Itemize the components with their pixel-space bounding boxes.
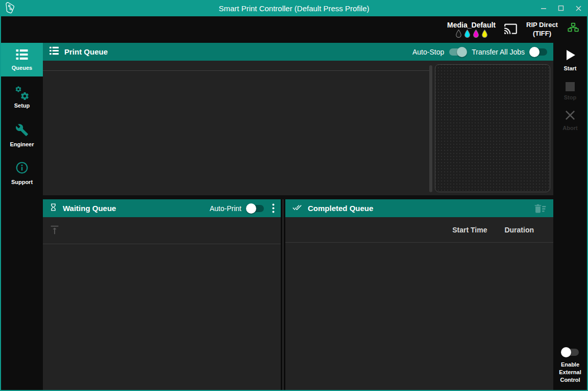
waiting-queue-divider <box>43 244 281 244</box>
stop-label: Stop <box>564 94 576 100</box>
hourglass-icon <box>49 202 58 214</box>
info-icon <box>15 161 29 176</box>
queues-list-icon <box>15 49 29 62</box>
sidebar-nav: Queues Setup Engineer <box>1 16 43 390</box>
window-title: Smart Print Controller (Default Press Pr… <box>1 4 587 13</box>
external-control-block: Enable External Control <box>556 349 584 384</box>
stop-button: Stop <box>564 80 576 100</box>
completed-queue-panel: Completed Queue <box>285 199 553 390</box>
sidebar-item-label: Queues <box>12 65 32 71</box>
panel-gap <box>43 195 553 199</box>
done-all-icon <box>291 203 303 214</box>
print-queue-title: Print Queue <box>64 47 108 56</box>
sidebar-item-setup[interactable]: Setup <box>1 81 43 114</box>
auto-stop-toggle[interactable] <box>449 48 467 56</box>
queue-splitter[interactable] <box>281 199 285 390</box>
ink-yellow-icon <box>481 30 488 38</box>
column-start-time: Start Time <box>452 226 487 234</box>
maximize-button[interactable] <box>552 0 570 16</box>
completed-queue-title: Completed Queue <box>308 204 373 213</box>
abort-button: Abort <box>562 109 577 131</box>
network-status-icon <box>567 22 580 37</box>
sidebar-item-support[interactable]: Support <box>1 156 43 190</box>
media-profile: Media_Default <box>447 21 496 38</box>
list-header-divider <box>43 70 429 71</box>
app-window: Smart Print Controller (Default Press Pr… <box>0 0 588 391</box>
move-to-top-icon[interactable] <box>49 224 60 238</box>
rip-mode-label: RIP Direct (TIFF) <box>526 21 558 38</box>
waiting-queue-list[interactable] <box>43 217 281 390</box>
waiting-queue-menu-icon[interactable] <box>272 203 275 213</box>
sidebar-item-label: Support <box>11 179 33 185</box>
wrench-icon <box>15 123 29 139</box>
sidebar-item-label: Engineer <box>10 141 34 147</box>
auto-print-label: Auto-Print <box>210 204 241 213</box>
waiting-queue-header: Waiting Queue Auto-Print <box>43 199 281 217</box>
column-duration: Duration <box>504 226 534 234</box>
transfer-all-jobs-toggle[interactable] <box>530 48 547 56</box>
sidebar-item-engineer[interactable]: Engineer <box>1 118 43 152</box>
auto-stop-label: Auto-Stop <box>412 48 444 56</box>
transfer-all-jobs-label: Transfer All Jobs <box>472 48 525 56</box>
auto-print-toggle[interactable] <box>247 205 264 212</box>
waiting-queue-panel: Waiting Queue Auto-Print <box>43 199 281 390</box>
play-icon <box>563 48 577 62</box>
stop-icon <box>566 82 575 91</box>
print-queue-scrollbar[interactable] <box>429 65 432 192</box>
start-label: Start <box>564 65 576 71</box>
enable-external-control-toggle[interactable] <box>561 349 579 356</box>
completed-queue-header: Completed Queue <box>285 199 553 217</box>
ink-drops <box>455 30 488 38</box>
press-controls-rail: Start Stop Abort Enable External Control <box>553 43 587 390</box>
waiting-queue-title: Waiting Queue <box>63 204 116 213</box>
media-name: Media_Default <box>447 21 496 29</box>
cast-icon <box>504 22 518 38</box>
title-bar: Smart Print Controller (Default Press Pr… <box>1 0 587 16</box>
status-strip: Media_Default RIP Direct (TIFF) <box>43 16 587 43</box>
completed-queue-column-headers: Start Time Duration <box>285 217 553 243</box>
app-logo-icon <box>4 1 19 15</box>
start-button[interactable]: Start <box>563 48 577 71</box>
sidebar-item-queues[interactable]: Queues <box>1 43 43 76</box>
minimize-button[interactable] <box>535 0 552 16</box>
print-queue-list[interactable] <box>43 61 429 195</box>
print-queue-panel: Print Queue Auto-Stop Transfer All Jobs <box>43 43 553 195</box>
close-button[interactable] <box>570 0 587 16</box>
print-queue-header: Print Queue Auto-Stop Transfer All Jobs <box>43 43 553 61</box>
completed-queue-list[interactable] <box>285 243 553 390</box>
clear-completed-icon[interactable] <box>533 203 547 214</box>
gears-icon <box>14 87 30 100</box>
ink-magenta-icon <box>473 30 479 38</box>
ink-cyan-icon <box>464 30 471 38</box>
abort-label: Abort <box>562 125 577 131</box>
enable-external-control-label: Enable External Control <box>556 361 584 384</box>
press-preview-area <box>435 64 550 192</box>
abort-x-icon <box>564 109 577 122</box>
print-queue-icon <box>49 46 59 57</box>
sidebar-item-label: Setup <box>14 102 30 109</box>
ink-black-icon <box>455 30 462 38</box>
